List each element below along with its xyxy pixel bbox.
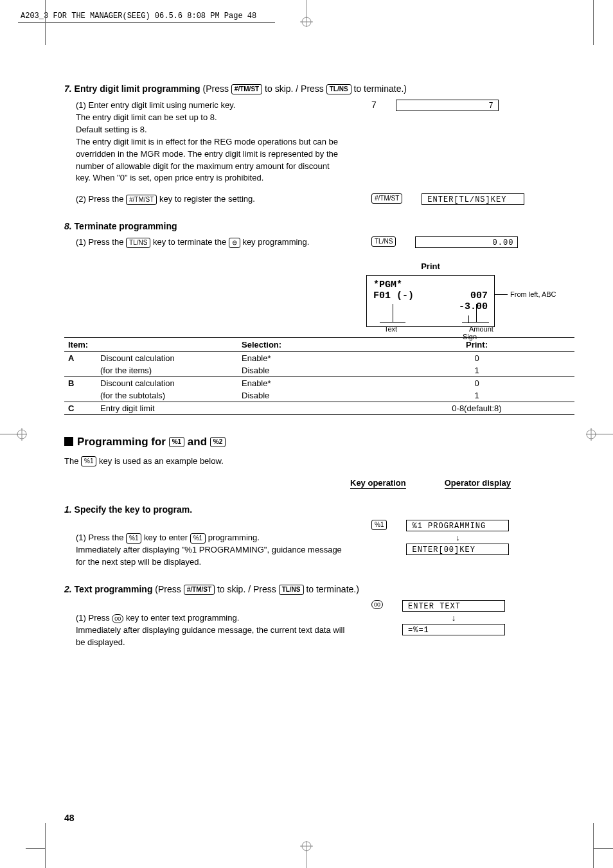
col-operator-display: Operator display xyxy=(445,478,511,489)
key-tmst: #/TM/ST xyxy=(371,193,402,204)
key-tlns: TL/NS xyxy=(279,585,304,595)
programming-heading: Programming for %1 and %2 xyxy=(64,436,574,448)
down-arrow-icon: ↓ xyxy=(406,533,509,542)
items-table: Item: Selection: Print: A Discount calcu… xyxy=(64,337,574,415)
p2-step-text: (1) Press 00 key to enter text programmi… xyxy=(76,600,346,648)
table-row: C Entry digit limit 0-8(default:8) xyxy=(64,402,574,414)
anno-fromleft: From left, ABC xyxy=(510,290,556,298)
corner-line xyxy=(593,0,594,45)
key-00: 00 xyxy=(371,600,383,609)
crop-mark-top xyxy=(294,0,319,28)
th-item: Item: xyxy=(64,337,96,351)
key-tmst: #/TM/ST xyxy=(184,585,215,595)
key-tlns: TL/NS xyxy=(126,238,150,248)
header-underline xyxy=(18,22,275,22)
corner-line xyxy=(593,823,594,868)
print-sample: Print *PGM* F01 (-) 007 -3.00 From left,… xyxy=(366,261,574,327)
section-number: 1. xyxy=(64,504,72,515)
section-title-text: Terminate programming xyxy=(72,221,177,231)
crop-mark-left xyxy=(0,421,28,447)
key-pct1: %1 xyxy=(126,533,141,544)
section-7-title: 7. Entry digit limit programming (Press … xyxy=(64,84,574,94)
display-box: =%=1 xyxy=(402,624,505,635)
corner-line xyxy=(26,848,45,849)
key-tlns: TL/NS xyxy=(371,236,396,247)
title-paren: (Press xyxy=(202,84,231,94)
key-pct1: %1 xyxy=(169,437,184,447)
key-tmst: #/TM/ST xyxy=(126,195,157,205)
print-label: Print xyxy=(379,261,482,271)
key-pct1: %1 xyxy=(81,456,96,466)
s7-step1-num: 7 xyxy=(371,100,377,110)
column-headers: Key operation Operator display xyxy=(64,478,574,489)
down-arrow-icon: ↓ xyxy=(402,613,505,623)
table-row: (for the subtotals) Disable 1 xyxy=(64,389,574,402)
crop-mark-bottom xyxy=(294,840,319,868)
section-title-text: Entry digit limit programming xyxy=(72,84,203,94)
table-row: (for the items) Disable 1 xyxy=(64,364,574,377)
title-mid: to skip. / Press xyxy=(262,84,326,94)
s7-step1-text: (1) Enter entry digit limit using numeri… xyxy=(76,100,346,184)
key-pct1: %1 xyxy=(371,520,387,530)
key-tlns: TL/NS xyxy=(326,84,351,94)
page-number: 48 xyxy=(64,813,75,823)
table-row: B Discount calculation Enable* 0 xyxy=(64,376,574,389)
example-line: The %1 key is used as an example below. xyxy=(64,456,574,467)
p1-title: 1. Specify the key to program. xyxy=(64,504,574,515)
display-box: 7 xyxy=(396,100,499,111)
key-00: 00 xyxy=(112,614,123,623)
display-box: 0.00 xyxy=(415,236,518,248)
receipt-f01: F01 (-) xyxy=(373,290,414,301)
receipt-007: 007 xyxy=(470,290,488,301)
col-key-operation: Key operation xyxy=(350,478,406,489)
section-title-text: Specify the key to program. xyxy=(72,504,193,515)
anno-text-label: Text xyxy=(384,325,397,333)
display-box: %1 PROGRAMMING xyxy=(406,520,509,531)
table-row: A Discount calculation Enable* 0 xyxy=(64,351,574,364)
th-selection: Selection: xyxy=(238,337,379,351)
square-bullet xyxy=(64,437,73,446)
receipt-amount: -3.00 xyxy=(373,301,488,312)
corner-line xyxy=(45,823,46,868)
section-title-text: Text programming xyxy=(72,584,155,594)
file-header: A203_3 FOR THE MANAGER(SEEG) 06.5.6 8:08… xyxy=(21,12,256,21)
corner-line xyxy=(45,0,46,45)
display-box: ENTER TEXT xyxy=(402,600,505,612)
receipt-line-1: *PGM* xyxy=(373,279,488,290)
p1-step-text: (1) Press the %1 key to enter %1 program… xyxy=(76,520,346,568)
crop-mark-right xyxy=(585,421,613,447)
section-number: 8. xyxy=(64,221,72,231)
display-box: ENTER[TL/NS]KEY xyxy=(422,193,524,205)
display-box: ENTER[00]KEY xyxy=(406,544,509,555)
receipt: *PGM* F01 (-) 007 -3.00 xyxy=(366,275,495,327)
corner-line xyxy=(594,848,613,849)
key-pct2: %2 xyxy=(210,437,226,447)
p2-title: 2. Text programming (Press #/TM/ST to sk… xyxy=(64,584,574,595)
section-number: 2. xyxy=(64,584,72,594)
anno-amount-label: Amount xyxy=(469,325,493,333)
minus-key: ⊖ xyxy=(229,238,240,248)
section-number: 7. xyxy=(64,84,72,94)
key-tmst: #/TM/ST xyxy=(231,84,262,94)
key-pct1: %1 xyxy=(190,533,206,544)
section-8-title: 8. Terminate programming xyxy=(64,221,574,231)
anno-sign-label: Sign xyxy=(463,333,477,341)
title-end: to terminate.) xyxy=(351,84,407,94)
s7-step2-text: (2) Press the #/TM/ST key to register th… xyxy=(76,193,346,206)
s8-step1-text: (1) Press the TL/NS key to terminate the… xyxy=(76,236,346,249)
